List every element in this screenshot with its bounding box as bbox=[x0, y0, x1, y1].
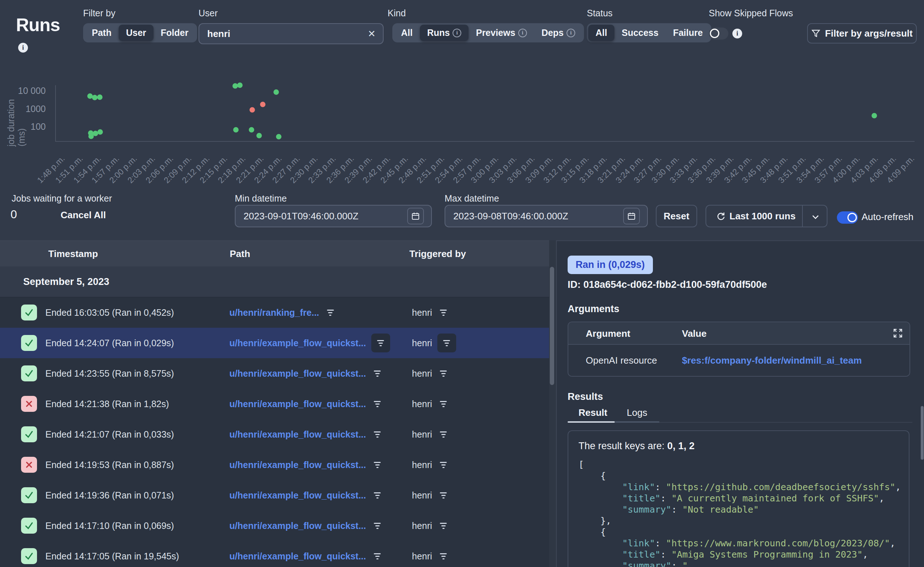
panel-scrollbar-thumb[interactable] bbox=[921, 406, 924, 460]
deps-kind-info-icon[interactable]: i bbox=[566, 28, 575, 38]
status-success-option[interactable]: Success bbox=[614, 25, 665, 41]
status-all-option[interactable]: All bbox=[588, 25, 614, 41]
argument-value-link[interactable]: $res:f/company-folder/windmill_ai_team bbox=[682, 355, 862, 366]
run-path-link[interactable]: u/henri/example_flow_quickst... bbox=[229, 368, 366, 379]
filter-icon[interactable] bbox=[437, 398, 450, 410]
triggered-by-user: henri bbox=[412, 520, 432, 531]
filter-by-args-result-button[interactable]: Filter by args/result bbox=[807, 23, 917, 44]
previews-kind-info-icon[interactable]: i bbox=[518, 28, 527, 38]
result-viewer[interactable]: The result keys are: 0, 1, 2 [ { "link":… bbox=[567, 430, 909, 567]
filter-icon[interactable] bbox=[371, 333, 390, 352]
filter-icon[interactable] bbox=[371, 367, 384, 380]
status-badge-success bbox=[21, 426, 37, 442]
skipped-flows-info-icon[interactable]: i bbox=[732, 28, 742, 38]
data-point-success bbox=[248, 127, 254, 132]
data-point-success bbox=[273, 90, 279, 95]
filter-icon[interactable] bbox=[324, 306, 336, 319]
show-skipped-flows-toggle[interactable] bbox=[709, 27, 728, 39]
auto-refresh-toggle[interactable] bbox=[837, 212, 858, 224]
data-point-failure bbox=[249, 107, 255, 113]
run-path-link[interactable]: u/henri/ranking_fre... bbox=[229, 308, 319, 318]
filter-icon[interactable] bbox=[371, 489, 384, 501]
table-row[interactable]: Ended 16:03:05 (Ran in 0,452s)u/henri/ra… bbox=[0, 297, 549, 328]
json-line: { bbox=[578, 470, 909, 482]
table-row[interactable]: Ended 14:19:53 (Ran in 0,887s)u/henri/ex… bbox=[0, 450, 549, 480]
triggered-by-user: henri bbox=[412, 308, 432, 318]
last-1000-runs-button[interactable]: Last 1000 runs bbox=[706, 205, 828, 227]
json-line: "link": "https://github.com/deadbeefsoci… bbox=[578, 482, 909, 493]
kind-runs-option[interactable]: Runs i bbox=[420, 25, 469, 41]
data-point-success bbox=[257, 133, 262, 138]
status-segmented-control: All Success Failure bbox=[587, 23, 711, 42]
table-rows: Ended 16:03:05 (Ran in 0,452s)u/henri/ra… bbox=[0, 297, 549, 567]
cancel-all-button[interactable]: Cancel All bbox=[60, 210, 106, 221]
filter-icon[interactable] bbox=[437, 306, 450, 319]
runs-kind-info-icon[interactable]: i bbox=[453, 28, 461, 38]
kind-all-option[interactable]: All bbox=[394, 25, 420, 41]
filter-icon[interactable] bbox=[371, 519, 384, 532]
table-row[interactable]: Ended 14:17:10 (Ran in 0,069s)u/henri/ex… bbox=[0, 510, 549, 541]
date-group-header: September 5, 2023 bbox=[0, 267, 549, 297]
path-cell: u/henri/example_flow_quickst... bbox=[229, 367, 384, 380]
max-datetime-calendar-button[interactable] bbox=[623, 208, 640, 224]
table-row[interactable]: Ended 14:19:36 (Ran in 0,071s)u/henri/ex… bbox=[0, 480, 549, 510]
triggered-by-user: henri bbox=[412, 399, 432, 409]
filter-icon[interactable] bbox=[371, 398, 384, 410]
status-badge-failure bbox=[21, 396, 37, 412]
filter-icon[interactable] bbox=[437, 489, 450, 501]
filter-icon[interactable] bbox=[437, 333, 456, 352]
table-row[interactable]: Ended 14:21:38 (Ran in 1,82s)u/henri/exa… bbox=[0, 388, 549, 419]
reset-button[interactable]: Reset bbox=[656, 205, 697, 227]
run-path-link[interactable]: u/henri/example_flow_quickst... bbox=[229, 460, 366, 470]
active-tab-indicator bbox=[567, 421, 615, 423]
expand-arguments-icon[interactable] bbox=[893, 328, 903, 341]
filter-by-folder-option[interactable]: Folder bbox=[153, 25, 196, 41]
filter-by-segmented-control: Path User Folder bbox=[83, 23, 197, 42]
run-path-link[interactable]: u/henri/example_flow_quickst... bbox=[229, 429, 366, 440]
table-row[interactable]: Ended 14:24:07 (Ran in 0,029s)u/henri/ex… bbox=[0, 328, 549, 358]
run-path-link[interactable]: u/henri/example_flow_quickst... bbox=[229, 399, 366, 409]
status-failure-option[interactable]: Failure bbox=[665, 25, 710, 41]
json-line: { bbox=[578, 526, 909, 538]
max-datetime-input-wrap bbox=[445, 205, 648, 227]
runs-info-icon[interactable]: i bbox=[18, 43, 28, 52]
min-datetime-input[interactable] bbox=[243, 210, 402, 222]
data-point-success bbox=[98, 129, 103, 135]
run-ended-timestamp: Ended 14:21:38 (Ran in 1,82s) bbox=[45, 399, 169, 409]
path-cell: u/henri/example_flow_quickst... bbox=[229, 519, 384, 532]
filter-icon[interactable] bbox=[437, 428, 450, 441]
table-row[interactable]: Ended 14:17:05 (Ran in 19,545s)u/henri/e… bbox=[0, 541, 549, 567]
filter-icon[interactable] bbox=[371, 459, 384, 471]
table-row[interactable]: Ended 14:21:07 (Ran in 0,033s)u/henri/ex… bbox=[0, 419, 549, 450]
chevron-down-icon[interactable] bbox=[811, 212, 820, 222]
min-datetime-calendar-button[interactable] bbox=[407, 208, 424, 224]
path-cell: u/henri/example_flow_quickst... bbox=[229, 428, 384, 441]
filter-by-user-option[interactable]: User bbox=[119, 25, 153, 41]
filter-icon[interactable] bbox=[437, 519, 450, 532]
kind-deps-option[interactable]: Deps i bbox=[534, 25, 582, 41]
filter-icon[interactable] bbox=[437, 367, 450, 380]
clear-user-filter-icon[interactable]: ✕ bbox=[368, 28, 376, 39]
run-path-link[interactable]: u/henri/example_flow_quickst... bbox=[229, 551, 366, 561]
filter-icon[interactable] bbox=[437, 550, 450, 562]
data-point-failure bbox=[260, 102, 266, 107]
kind-previews-option[interactable]: Previews i bbox=[468, 25, 534, 41]
status-badge-failure bbox=[21, 457, 37, 473]
run-path-link[interactable]: u/henri/example_flow_quickst... bbox=[229, 520, 366, 531]
filter-icon[interactable] bbox=[437, 459, 450, 471]
filter-by-path-option[interactable]: Path bbox=[84, 25, 119, 41]
run-path-link[interactable]: u/henri/example_flow_quickst... bbox=[229, 338, 366, 348]
result-keys-summary: The result keys are: 0, 1, 2 bbox=[578, 441, 909, 452]
tab-result[interactable]: Result bbox=[578, 407, 607, 418]
triggered-by-user: henri bbox=[412, 490, 432, 501]
check-icon bbox=[24, 430, 34, 439]
results-title: Results bbox=[567, 391, 603, 402]
table-scrollbar-thumb[interactable] bbox=[550, 267, 554, 385]
filter-icon[interactable] bbox=[371, 550, 384, 562]
table-row[interactable]: Ended 14:23:55 (Ran in 8,575s)u/henri/ex… bbox=[0, 358, 549, 388]
run-path-link[interactable]: u/henri/example_flow_quickst... bbox=[229, 490, 366, 501]
user-input[interactable] bbox=[206, 28, 368, 40]
max-datetime-input[interactable] bbox=[453, 210, 618, 222]
tab-logs[interactable]: Logs bbox=[627, 407, 647, 418]
filter-icon[interactable] bbox=[371, 428, 384, 441]
